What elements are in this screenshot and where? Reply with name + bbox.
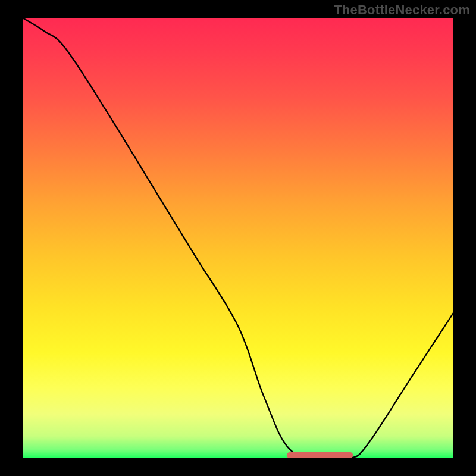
chart-frame: TheBottleNecker.com <box>0 0 476 476</box>
watermark-text: TheBottleNecker.com <box>334 2 470 18</box>
bottleneck-curve <box>23 18 453 458</box>
plot-area <box>23 18 453 458</box>
chart-svg <box>23 18 453 458</box>
